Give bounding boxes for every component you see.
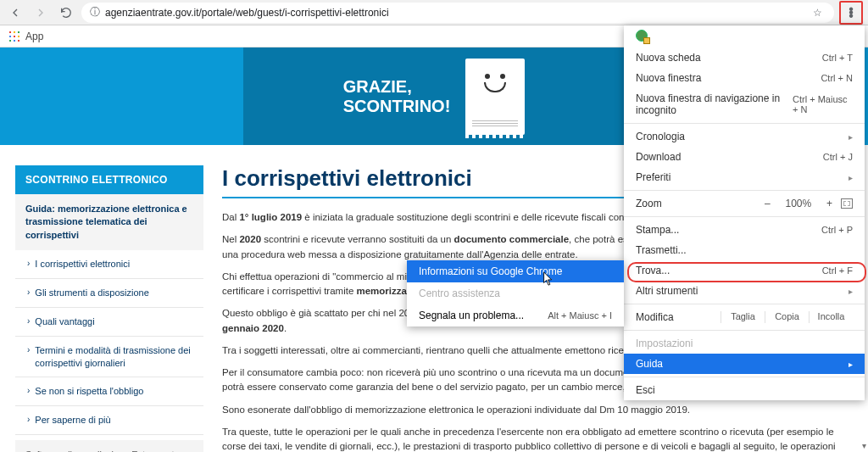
menu-exit[interactable]: Esci: [624, 380, 865, 400]
menu-new-window[interactable]: Nuova finestraCtrl + N: [624, 68, 865, 88]
chevron-right-icon: ▸: [849, 287, 853, 296]
menu-downloads[interactable]: DownloadCtrl + J: [624, 147, 865, 167]
chevron-right-icon: ›: [27, 344, 30, 356]
chevron-right-icon: ›: [27, 315, 30, 327]
zoom-in-button[interactable]: +: [826, 198, 832, 209]
receipt-mascot: [465, 59, 525, 135]
chevron-right-icon: ▸: [849, 360, 853, 369]
sidebar-item-termini[interactable]: ›Termini e modalità di trasmissione dei …: [15, 337, 203, 378]
menu-incognito[interactable]: Nuova finestra di navigazione in incogni…: [624, 88, 865, 120]
annotation-highlight: [627, 262, 866, 282]
bookmark-star-icon[interactable]: ☆: [813, 7, 822, 19]
menu-paste[interactable]: Incolla: [809, 311, 853, 323]
bookmark-app[interactable]: App: [25, 31, 43, 42]
sidebar-item-corrispettivi[interactable]: ›I corrispettivi elettronici: [15, 250, 203, 279]
banner-text: GRAZIE, SCONTRINO!: [343, 77, 451, 116]
submenu-report-issue[interactable]: Segnala un problema...Alt + Maiusc + I: [407, 304, 624, 326]
menu-print[interactable]: Stampa...Ctrl + P: [624, 220, 865, 240]
menu-cut[interactable]: Taglia: [721, 311, 765, 323]
sidebar-item-obbligo[interactable]: ›Se non si rispetta l'obbligo: [15, 377, 203, 406]
address-bar[interactable]: ⓘ agenziaentrate.gov.it/portale/web/gues…: [81, 3, 834, 23]
menu-more-tools[interactable]: Altri strumenti▸: [624, 281, 865, 301]
url-text: agenziaentrate.gov.it/portale/web/guest/…: [105, 7, 389, 19]
sidebar-item-saperne[interactable]: ›Per saperne di più: [15, 406, 203, 435]
menu-copy[interactable]: Copia: [765, 311, 809, 323]
menu-edit: Modifica Taglia Copia Incolla: [624, 307, 865, 327]
sidebar-header: SCONTRINO ELETTRONICO: [15, 165, 203, 194]
menu-new-tab[interactable]: Nuova schedaCtrl + T: [624, 47, 865, 68]
submenu-help-center[interactable]: Centro assistenza: [407, 282, 624, 304]
sidebar: SCONTRINO ELETTRONICO Guida: memorizzazi…: [15, 165, 203, 452]
menu-cast[interactable]: Trasmetti...: [624, 240, 865, 260]
back-button[interactable]: [5, 3, 25, 23]
menu-history[interactable]: Cronologia▸: [624, 126, 865, 147]
chrome-menu: Nuova schedaCtrl + T Nuova finestraCtrl …: [624, 25, 865, 400]
help-submenu: Informazioni su Google Chrome Centro ass…: [407, 260, 624, 326]
chevron-down-icon[interactable]: ▾: [862, 441, 866, 450]
apps-icon[interactable]: [8, 31, 20, 42]
cursor-icon: [542, 271, 554, 290]
browser-toolbar: ⓘ agenziaentrate.gov.it/portale/web/gues…: [0, 0, 868, 25]
chevron-right-icon: ▸: [849, 173, 853, 182]
menu-help[interactable]: Guida▸: [624, 354, 865, 374]
secure-icon: ⓘ: [90, 5, 100, 20]
forward-button[interactable]: [31, 3, 51, 23]
reload-button[interactable]: [56, 3, 76, 23]
chrome-menu-button[interactable]: •••: [839, 1, 863, 25]
menu-settings[interactable]: Impostazioni: [624, 333, 865, 354]
sidebar-item-strumenti[interactable]: ›Gli strumenti a disposizione: [15, 279, 203, 308]
zoom-out-button[interactable]: –: [765, 198, 771, 209]
chevron-right-icon: ›: [27, 287, 30, 299]
chevron-right-icon: ›: [27, 258, 30, 270]
chevron-right-icon: ▸: [849, 132, 853, 142]
extension-icon[interactable]: [636, 30, 649, 43]
paragraph: Tra queste, tutte le operazioni per le q…: [222, 425, 853, 452]
menu-bookmarks[interactable]: Preferiti▸: [624, 167, 865, 187]
chevron-right-icon: ›: [27, 385, 30, 397]
menu-zoom: Zoom –100%+: [624, 193, 865, 214]
sidebar-subhead: Guida: memorizzazione elettronica e tras…: [15, 194, 203, 250]
sidebar-item-vantaggi[interactable]: ›Quali vantaggi: [15, 308, 203, 337]
sidebar-software[interactable]: Software di compilazione Esterometro e C…: [15, 440, 203, 452]
paragraph: Sono esonerate dall'obbligo di memorizza…: [222, 403, 853, 417]
chevron-right-icon: ›: [27, 414, 30, 426]
fullscreen-button[interactable]: [841, 198, 853, 209]
submenu-about-chrome[interactable]: Informazioni su Google Chrome: [407, 260, 624, 282]
zoom-level: 100%: [785, 198, 811, 209]
